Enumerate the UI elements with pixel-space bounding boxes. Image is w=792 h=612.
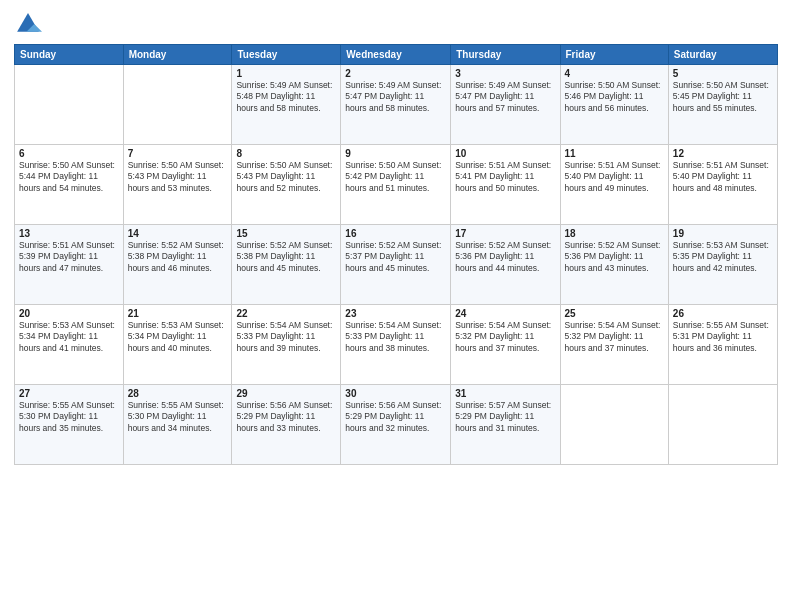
week-row-4: 20Sunrise: 5:53 AM Sunset: 5:34 PM Dayli… xyxy=(15,305,778,385)
day-number: 17 xyxy=(455,228,555,239)
day-info: Sunrise: 5:54 AM Sunset: 5:33 PM Dayligh… xyxy=(236,320,336,354)
day-info: Sunrise: 5:55 AM Sunset: 5:30 PM Dayligh… xyxy=(19,400,119,434)
day-info: Sunrise: 5:53 AM Sunset: 5:35 PM Dayligh… xyxy=(673,240,773,274)
day-cell: 4Sunrise: 5:50 AM Sunset: 5:46 PM Daylig… xyxy=(560,65,668,145)
day-cell: 23Sunrise: 5:54 AM Sunset: 5:33 PM Dayli… xyxy=(341,305,451,385)
day-info: Sunrise: 5:53 AM Sunset: 5:34 PM Dayligh… xyxy=(19,320,119,354)
day-number: 31 xyxy=(455,388,555,399)
header xyxy=(14,10,778,38)
day-cell: 17Sunrise: 5:52 AM Sunset: 5:36 PM Dayli… xyxy=(451,225,560,305)
day-cell: 6Sunrise: 5:50 AM Sunset: 5:44 PM Daylig… xyxy=(15,145,124,225)
day-info: Sunrise: 5:50 AM Sunset: 5:44 PM Dayligh… xyxy=(19,160,119,194)
day-number: 20 xyxy=(19,308,119,319)
col-header-thursday: Thursday xyxy=(451,45,560,65)
day-info: Sunrise: 5:50 AM Sunset: 5:43 PM Dayligh… xyxy=(128,160,228,194)
day-info: Sunrise: 5:56 AM Sunset: 5:29 PM Dayligh… xyxy=(236,400,336,434)
page: SundayMondayTuesdayWednesdayThursdayFrid… xyxy=(0,0,792,612)
day-cell: 8Sunrise: 5:50 AM Sunset: 5:43 PM Daylig… xyxy=(232,145,341,225)
day-info: Sunrise: 5:52 AM Sunset: 5:36 PM Dayligh… xyxy=(565,240,664,274)
day-info: Sunrise: 5:51 AM Sunset: 5:39 PM Dayligh… xyxy=(19,240,119,274)
day-number: 12 xyxy=(673,148,773,159)
day-number: 6 xyxy=(19,148,119,159)
day-number: 16 xyxy=(345,228,446,239)
day-info: Sunrise: 5:52 AM Sunset: 5:38 PM Dayligh… xyxy=(128,240,228,274)
day-info: Sunrise: 5:50 AM Sunset: 5:43 PM Dayligh… xyxy=(236,160,336,194)
day-info: Sunrise: 5:52 AM Sunset: 5:37 PM Dayligh… xyxy=(345,240,446,274)
day-info: Sunrise: 5:50 AM Sunset: 5:45 PM Dayligh… xyxy=(673,80,773,114)
day-number: 21 xyxy=(128,308,228,319)
day-number: 29 xyxy=(236,388,336,399)
day-info: Sunrise: 5:52 AM Sunset: 5:36 PM Dayligh… xyxy=(455,240,555,274)
day-cell: 1Sunrise: 5:49 AM Sunset: 5:48 PM Daylig… xyxy=(232,65,341,145)
day-cell xyxy=(15,65,124,145)
day-number: 24 xyxy=(455,308,555,319)
day-cell: 25Sunrise: 5:54 AM Sunset: 5:32 PM Dayli… xyxy=(560,305,668,385)
col-header-tuesday: Tuesday xyxy=(232,45,341,65)
day-number: 1 xyxy=(236,68,336,79)
day-cell: 11Sunrise: 5:51 AM Sunset: 5:40 PM Dayli… xyxy=(560,145,668,225)
day-number: 8 xyxy=(236,148,336,159)
day-cell: 26Sunrise: 5:55 AM Sunset: 5:31 PM Dayli… xyxy=(668,305,777,385)
day-number: 26 xyxy=(673,308,773,319)
day-number: 18 xyxy=(565,228,664,239)
day-cell: 15Sunrise: 5:52 AM Sunset: 5:38 PM Dayli… xyxy=(232,225,341,305)
day-cell: 9Sunrise: 5:50 AM Sunset: 5:42 PM Daylig… xyxy=(341,145,451,225)
calendar-table: SundayMondayTuesdayWednesdayThursdayFrid… xyxy=(14,44,778,465)
day-info: Sunrise: 5:54 AM Sunset: 5:32 PM Dayligh… xyxy=(455,320,555,354)
day-cell: 24Sunrise: 5:54 AM Sunset: 5:32 PM Dayli… xyxy=(451,305,560,385)
day-info: Sunrise: 5:50 AM Sunset: 5:46 PM Dayligh… xyxy=(565,80,664,114)
day-number: 5 xyxy=(673,68,773,79)
day-info: Sunrise: 5:49 AM Sunset: 5:48 PM Dayligh… xyxy=(236,80,336,114)
day-info: Sunrise: 5:55 AM Sunset: 5:31 PM Dayligh… xyxy=(673,320,773,354)
day-cell: 7Sunrise: 5:50 AM Sunset: 5:43 PM Daylig… xyxy=(123,145,232,225)
day-number: 27 xyxy=(19,388,119,399)
day-number: 2 xyxy=(345,68,446,79)
week-row-2: 6Sunrise: 5:50 AM Sunset: 5:44 PM Daylig… xyxy=(15,145,778,225)
day-cell: 14Sunrise: 5:52 AM Sunset: 5:38 PM Dayli… xyxy=(123,225,232,305)
day-number: 19 xyxy=(673,228,773,239)
col-header-monday: Monday xyxy=(123,45,232,65)
day-cell: 31Sunrise: 5:57 AM Sunset: 5:29 PM Dayli… xyxy=(451,385,560,465)
day-number: 25 xyxy=(565,308,664,319)
col-header-wednesday: Wednesday xyxy=(341,45,451,65)
week-row-1: 1Sunrise: 5:49 AM Sunset: 5:48 PM Daylig… xyxy=(15,65,778,145)
day-info: Sunrise: 5:51 AM Sunset: 5:41 PM Dayligh… xyxy=(455,160,555,194)
day-cell: 21Sunrise: 5:53 AM Sunset: 5:34 PM Dayli… xyxy=(123,305,232,385)
day-number: 30 xyxy=(345,388,446,399)
day-number: 7 xyxy=(128,148,228,159)
day-number: 11 xyxy=(565,148,664,159)
day-cell: 19Sunrise: 5:53 AM Sunset: 5:35 PM Dayli… xyxy=(668,225,777,305)
day-number: 23 xyxy=(345,308,446,319)
day-cell xyxy=(668,385,777,465)
day-info: Sunrise: 5:52 AM Sunset: 5:38 PM Dayligh… xyxy=(236,240,336,274)
day-cell: 12Sunrise: 5:51 AM Sunset: 5:40 PM Dayli… xyxy=(668,145,777,225)
day-cell: 5Sunrise: 5:50 AM Sunset: 5:45 PM Daylig… xyxy=(668,65,777,145)
day-cell: 3Sunrise: 5:49 AM Sunset: 5:47 PM Daylig… xyxy=(451,65,560,145)
day-cell: 18Sunrise: 5:52 AM Sunset: 5:36 PM Dayli… xyxy=(560,225,668,305)
day-cell: 2Sunrise: 5:49 AM Sunset: 5:47 PM Daylig… xyxy=(341,65,451,145)
day-info: Sunrise: 5:54 AM Sunset: 5:32 PM Dayligh… xyxy=(565,320,664,354)
week-row-5: 27Sunrise: 5:55 AM Sunset: 5:30 PM Dayli… xyxy=(15,385,778,465)
day-info: Sunrise: 5:55 AM Sunset: 5:30 PM Dayligh… xyxy=(128,400,228,434)
day-info: Sunrise: 5:54 AM Sunset: 5:33 PM Dayligh… xyxy=(345,320,446,354)
col-header-saturday: Saturday xyxy=(668,45,777,65)
day-cell: 22Sunrise: 5:54 AM Sunset: 5:33 PM Dayli… xyxy=(232,305,341,385)
day-cell: 27Sunrise: 5:55 AM Sunset: 5:30 PM Dayli… xyxy=(15,385,124,465)
day-number: 15 xyxy=(236,228,336,239)
day-number: 9 xyxy=(345,148,446,159)
col-header-sunday: Sunday xyxy=(15,45,124,65)
col-header-friday: Friday xyxy=(560,45,668,65)
day-cell: 10Sunrise: 5:51 AM Sunset: 5:41 PM Dayli… xyxy=(451,145,560,225)
day-info: Sunrise: 5:50 AM Sunset: 5:42 PM Dayligh… xyxy=(345,160,446,194)
calendar-header-row: SundayMondayTuesdayWednesdayThursdayFrid… xyxy=(15,45,778,65)
day-number: 3 xyxy=(455,68,555,79)
day-number: 14 xyxy=(128,228,228,239)
week-row-3: 13Sunrise: 5:51 AM Sunset: 5:39 PM Dayli… xyxy=(15,225,778,305)
day-cell: 20Sunrise: 5:53 AM Sunset: 5:34 PM Dayli… xyxy=(15,305,124,385)
day-info: Sunrise: 5:51 AM Sunset: 5:40 PM Dayligh… xyxy=(673,160,773,194)
day-info: Sunrise: 5:53 AM Sunset: 5:34 PM Dayligh… xyxy=(128,320,228,354)
logo xyxy=(14,10,46,38)
day-cell: 30Sunrise: 5:56 AM Sunset: 5:29 PM Dayli… xyxy=(341,385,451,465)
day-info: Sunrise: 5:51 AM Sunset: 5:40 PM Dayligh… xyxy=(565,160,664,194)
day-cell: 28Sunrise: 5:55 AM Sunset: 5:30 PM Dayli… xyxy=(123,385,232,465)
